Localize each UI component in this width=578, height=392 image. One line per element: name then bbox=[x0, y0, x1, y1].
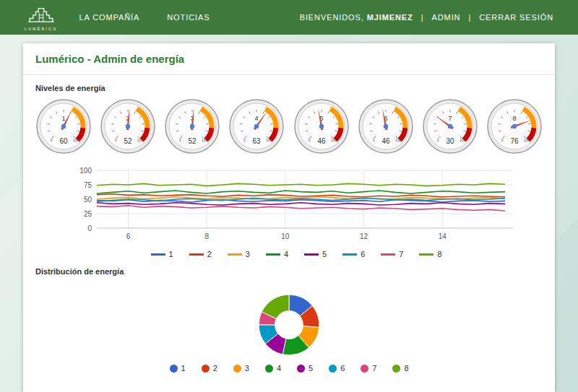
line-series-8 bbox=[97, 183, 505, 186]
gauge-value-label: 60 bbox=[59, 137, 68, 145]
gauge-id-label: 8 bbox=[512, 115, 516, 122]
gauge-2: 0100252 bbox=[97, 98, 159, 154]
legend-label: 5 bbox=[322, 250, 327, 258]
legend-dot-swatch bbox=[233, 365, 241, 373]
legend-label: 8 bbox=[404, 364, 408, 373]
svg-text:0: 0 bbox=[308, 139, 310, 142]
legend-dot-swatch bbox=[170, 365, 178, 373]
svg-text:14: 14 bbox=[439, 232, 447, 240]
svg-text:100: 100 bbox=[524, 139, 530, 142]
gauge-3: 0100352 bbox=[161, 98, 223, 154]
gauge-dial-3: 0100352 bbox=[164, 98, 220, 154]
line-chart-legend: 12345678 bbox=[71, 250, 522, 258]
top-navbar: LUMÉRICO LA COMPAÑÍA NOTICIAS BIENVENIDO… bbox=[0, 0, 578, 35]
nav-la-compania[interactable]: LA COMPAÑÍA bbox=[79, 13, 140, 22]
svg-text:6: 6 bbox=[126, 232, 131, 240]
donut-chart-canvas bbox=[251, 287, 327, 362]
gauge-id-label: 7 bbox=[448, 115, 452, 122]
username: MJIMENEZ bbox=[367, 13, 413, 22]
donut-legend-item-1: 1 bbox=[170, 364, 186, 373]
svg-text:0: 0 bbox=[501, 139, 504, 142]
legend-dot-swatch bbox=[361, 365, 368, 373]
energy-donut-chart: 12345678 bbox=[23, 287, 555, 373]
navbar-separator: | bbox=[468, 13, 471, 22]
gauge-dial-5: 0100546 bbox=[293, 98, 350, 154]
gauges-row: 0100160010025201003520100463010054601006… bbox=[23, 95, 555, 154]
legend-label: 4 bbox=[284, 250, 288, 258]
gauge-dial-8: 0100876 bbox=[486, 98, 543, 154]
donut-legend-item-2: 2 bbox=[202, 364, 217, 373]
gauge-value-label: 52 bbox=[189, 137, 197, 145]
donut-legend-item-3: 3 bbox=[233, 364, 249, 373]
legend-dot-swatch bbox=[265, 365, 273, 373]
gauge-dial-4: 0100463 bbox=[228, 98, 285, 154]
legend-label: 6 bbox=[340, 364, 345, 373]
gauge-dial-1: 0100160 bbox=[35, 98, 92, 154]
nav-admin[interactable]: ADMIN bbox=[432, 13, 461, 22]
gauge-5: 0100546 bbox=[290, 98, 353, 154]
gauge-6: 0100646 bbox=[355, 98, 417, 154]
legend-label: 5 bbox=[309, 364, 313, 373]
gauges-section-title: Niveles de energía bbox=[23, 75, 555, 95]
legend-line-swatch bbox=[266, 253, 280, 256]
main-card: Lumérico - Admin de energía Niveles de e… bbox=[23, 43, 555, 392]
line-series-4 bbox=[97, 191, 505, 193]
gauge-value-label: 63 bbox=[253, 137, 262, 145]
nav-noticias[interactable]: NOTICIAS bbox=[167, 13, 210, 22]
gauge-id-label: 1 bbox=[61, 115, 65, 122]
legend-label: 8 bbox=[437, 250, 441, 258]
navbar-separator: | bbox=[421, 13, 424, 22]
brand-name: LUMÉRICO bbox=[25, 27, 58, 31]
svg-text:0: 0 bbox=[87, 225, 92, 232]
donut-legend-item-5: 5 bbox=[297, 364, 313, 373]
legend-line-swatch bbox=[342, 253, 357, 256]
gauge-value-label: 30 bbox=[446, 137, 454, 145]
legend-label: 2 bbox=[213, 364, 217, 373]
donut-legend-item-7: 7 bbox=[361, 364, 376, 373]
line-chart-canvas: 681012140255075100 bbox=[71, 165, 522, 245]
gauge-dial-6: 0100646 bbox=[358, 98, 414, 154]
svg-text:25: 25 bbox=[84, 210, 92, 218]
legend-dot-swatch bbox=[329, 365, 337, 373]
energy-line-chart: 681012140255075100 12345678 bbox=[71, 165, 522, 258]
line-legend-item-5: 5 bbox=[304, 250, 327, 258]
legend-label: 2 bbox=[207, 250, 212, 258]
legend-label: 7 bbox=[372, 364, 376, 373]
svg-text:100: 100 bbox=[202, 139, 207, 142]
line-legend-item-1: 1 bbox=[151, 250, 173, 258]
legend-line-swatch bbox=[419, 253, 434, 256]
legend-label: 3 bbox=[246, 250, 250, 258]
svg-text:100: 100 bbox=[137, 139, 143, 142]
legend-label: 1 bbox=[169, 250, 173, 258]
gauge-dial-7: 0100730 bbox=[422, 98, 478, 154]
svg-text:100: 100 bbox=[395, 139, 401, 142]
donut-legend-item-6: 6 bbox=[329, 364, 345, 373]
legend-label: 3 bbox=[245, 364, 249, 373]
line-legend-item-2: 2 bbox=[189, 250, 212, 258]
line-legend-item-4: 4 bbox=[266, 250, 288, 258]
svg-text:12: 12 bbox=[360, 232, 368, 240]
line-legend-item-7: 7 bbox=[381, 250, 403, 258]
svg-text:100: 100 bbox=[331, 139, 337, 142]
gauge-value-label: 46 bbox=[317, 137, 326, 145]
svg-text:10: 10 bbox=[281, 232, 290, 240]
gauge-value-label: 76 bbox=[510, 137, 519, 145]
line-series-7 bbox=[97, 206, 505, 211]
line-legend-item-6: 6 bbox=[342, 250, 365, 258]
gauge-dial-2: 0100252 bbox=[100, 98, 156, 154]
gauge-id-label: 4 bbox=[255, 115, 259, 122]
svg-text:75: 75 bbox=[84, 181, 92, 189]
gauge-4: 0100463 bbox=[225, 98, 288, 154]
svg-text:0: 0 bbox=[373, 139, 375, 142]
svg-text:8: 8 bbox=[204, 232, 209, 240]
gauge-value-label: 46 bbox=[381, 137, 390, 145]
nav-logout[interactable]: CERRAR SESIÓN bbox=[479, 13, 553, 22]
legend-label: 6 bbox=[361, 250, 365, 258]
legend-line-swatch bbox=[228, 253, 242, 256]
gauge-7: 0100730 bbox=[419, 98, 481, 154]
legend-label: 4 bbox=[277, 364, 281, 373]
legend-line-swatch bbox=[381, 253, 395, 256]
gauge-1: 0100160 bbox=[33, 98, 95, 154]
brand-logo[interactable]: LUMÉRICO bbox=[25, 4, 58, 31]
distribution-section-title: Distribución de energía bbox=[23, 258, 555, 279]
